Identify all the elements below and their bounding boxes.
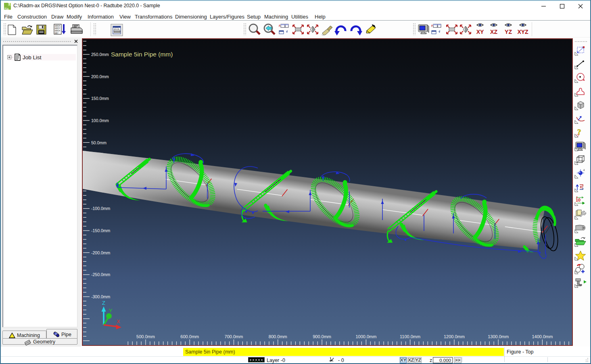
svg-text:600.0mm: 600.0mm	[180, 334, 199, 339]
svg-text:XYZ: XYZ	[517, 29, 528, 35]
svg-text:700.0mm: 700.0mm	[225, 334, 243, 339]
svg-text:800.0mm: 800.0mm	[269, 334, 287, 339]
svg-text:-200.0mm: -200.0mm	[91, 250, 111, 255]
svg-text:100.0mm: 100.0mm	[91, 118, 109, 123]
svg-text:900.0mm: 900.0mm	[313, 334, 331, 339]
svg-text:-250.0mm: -250.0mm	[91, 272, 111, 277]
svg-text:250.0mm: 250.0mm	[91, 52, 109, 57]
svg-text:X: X	[117, 318, 120, 324]
svg-text:1300.0mm: 1300.0mm	[488, 334, 509, 339]
svg-text:Job List: Job List	[23, 54, 42, 60]
svg-text:10: 10	[576, 198, 581, 202]
svg-text:1400.0mm: 1400.0mm	[532, 334, 553, 339]
svg-text:Y: Y	[109, 308, 113, 314]
svg-text:150.0mm: 150.0mm	[91, 96, 109, 101]
svg-text:YZ: YZ	[505, 29, 512, 35]
svg-text:XY: XY	[476, 29, 484, 35]
svg-text:Sample 5in Pipe (mm): Sample 5in Pipe (mm)	[111, 51, 173, 58]
svg-text:1100.0mm: 1100.0mm	[400, 334, 420, 339]
svg-text:GO!: GO!	[55, 32, 59, 35]
svg-text:1000.0mm: 1000.0mm	[355, 334, 376, 339]
svg-text:Z: Z	[102, 300, 105, 306]
svg-text:-100.0mm: -100.0mm	[91, 206, 111, 211]
svg-text:200.0mm: 200.0mm	[91, 74, 109, 79]
svg-text:500.0mm: 500.0mm	[136, 334, 155, 339]
svg-text:?: ?	[577, 128, 581, 136]
svg-text:-150.0mm: -150.0mm	[91, 228, 111, 233]
svg-text:XZ: XZ	[490, 29, 497, 35]
svg-text:50.0mm: 50.0mm	[91, 140, 107, 145]
svg-text:1200.0mm: 1200.0mm	[444, 334, 465, 339]
svg-text:-300.0mm: -300.0mm	[91, 294, 111, 299]
